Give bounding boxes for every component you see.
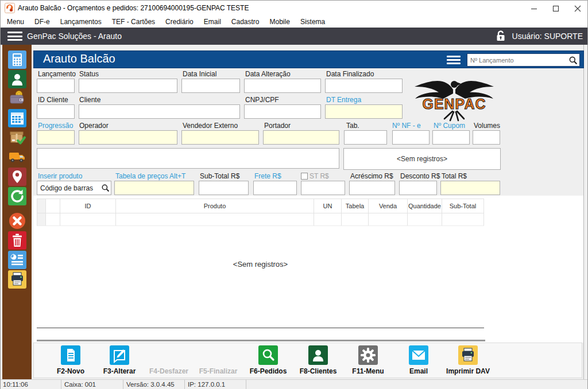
volumes-field[interactable] [473, 130, 500, 145]
st-checkbox[interactable] [301, 173, 308, 180]
subtotal-field[interactable] [199, 181, 249, 195]
menu-item-sistema[interactable]: Sistema [295, 15, 330, 28]
portador-field[interactable] [263, 130, 339, 145]
dt-entrega-label: DT Entrega [326, 96, 361, 104]
person-icon[interactable] [8, 70, 26, 88]
calculator-icon[interactable] [8, 50, 26, 69]
search-input[interactable] [470, 54, 565, 66]
email-button[interactable]: Email [393, 345, 444, 376]
data-alteracao-field[interactable] [244, 79, 321, 93]
frete-field[interactable] [253, 181, 297, 195]
acrescimo-field[interactable] [349, 181, 395, 195]
trash-icon[interactable] [8, 231, 26, 250]
operador-label: Operador [79, 122, 109, 130]
barcode-search-icon[interactable] [101, 184, 110, 192]
id-cliente-label: ID Cliente [38, 96, 68, 104]
cupom-label: Nº Cupom [434, 122, 465, 130]
menu-item-menu[interactable]: Menu [2, 15, 29, 28]
barcode-input[interactable]: Código de barras [37, 181, 111, 195]
map-pin-icon[interactable] [8, 168, 26, 186]
grid-bottom-line [37, 328, 484, 328]
bottom-toolbar: F2-Novo F3-Alterar F4-Desfazer F5-Finali… [33, 343, 582, 378]
f2-novo-button[interactable]: F2-Novo [45, 345, 96, 376]
grid-header-row: ID Produto UN Tabela Venda Quantidade Su… [37, 199, 484, 213]
products-grid: ID Produto UN Tabela Venda Quantidade Su… [37, 199, 484, 226]
status-versao: Versão: 3.0.4.45 [126, 381, 175, 388]
calendar-icon[interactable] [8, 109, 26, 127]
new-document-icon [61, 345, 80, 365]
nf-field[interactable] [392, 130, 430, 145]
close-button[interactable] [568, 3, 587, 14]
minimize-button[interactable] [524, 3, 544, 14]
print-dav-icon [458, 345, 478, 365]
data-finalizado-field[interactable] [325, 79, 403, 93]
menu-item-crediario[interactable]: Crediário [160, 15, 199, 28]
menubar: Menu DF-e Lançamentos TEF - Cartões Cred… [1, 15, 587, 28]
cnpj-cpf-field[interactable] [244, 104, 321, 119]
tab-label: Tab. [346, 122, 359, 130]
header-hamburger-icon[interactable] [447, 56, 461, 64]
truck-icon[interactable] [8, 148, 26, 166]
printer-icon[interactable] [8, 270, 26, 289]
tab-field[interactable] [344, 130, 387, 145]
portador-label: Portador [264, 122, 291, 130]
menu-item-tef-cartoes[interactable]: TEF - Cartões [107, 15, 160, 28]
sidebar [2, 45, 32, 379]
vendedor-externo-field[interactable] [181, 130, 259, 145]
dt-entrega-field[interactable] [325, 104, 403, 119]
grid-header-subtotal: Sub-Total [442, 199, 484, 213]
f3-alterar-button[interactable]: F3-Alterar [94, 345, 145, 376]
volumes-label: Volumes [474, 122, 500, 130]
st-label: ST R$ [310, 172, 329, 180]
appbar-hamburger-icon[interactable] [7, 32, 22, 41]
desconto-field[interactable] [399, 181, 437, 195]
cliente-field[interactable] [79, 104, 240, 119]
orders-search-icon [258, 345, 278, 365]
data-finalizado-label: Data Finalizado [326, 70, 374, 78]
tabela-precos-field[interactable] [114, 181, 194, 195]
progressao-field[interactable] [37, 130, 75, 145]
total-label: Total R$ [442, 172, 467, 180]
lancamento-field[interactable] [37, 79, 75, 93]
cancel-icon[interactable] [8, 212, 26, 230]
id-cliente-field[interactable] [37, 104, 75, 119]
st-field[interactable] [301, 181, 345, 195]
menu-item-mobile[interactable]: Mobile [265, 15, 295, 28]
menu-item-cadastro[interactable]: Cadastro [226, 15, 265, 28]
nf-label: Nº NF - e [392, 122, 421, 130]
subtotal-label: Sub-Total R$ [200, 172, 239, 180]
titlebar: Arauto Balcão - Orçamentos e pedidos: 27… [1, 1, 587, 15]
grid-header-un: UN [314, 199, 342, 213]
imprimir-dav-button[interactable]: Imprimir DAV [443, 345, 493, 376]
package-check-icon[interactable] [8, 129, 26, 147]
status-field[interactable] [79, 79, 177, 93]
search-icon[interactable] [568, 56, 578, 65]
grid-header-tabela: Tabela [342, 199, 369, 213]
grid-empty-row [37, 213, 484, 226]
appbar-title: GenPac Soluções - Arauto [27, 32, 122, 41]
f6-pedidos-button[interactable]: F6-Pedidos [243, 345, 293, 376]
report-icon[interactable] [8, 251, 26, 269]
cupom-field[interactable] [432, 130, 470, 145]
total-field[interactable] [440, 181, 500, 195]
maximize-button[interactable] [546, 3, 566, 14]
menu-item-dfe[interactable]: DF-e [29, 15, 55, 28]
f8-clientes-button[interactable]: F8-Clientes [293, 345, 343, 376]
refresh-icon[interactable] [8, 187, 26, 205]
clients-icon [308, 345, 328, 365]
pagamentos-box[interactable]: <Sem registros> [343, 148, 501, 170]
grid-horizontal-scrollbar[interactable] [37, 340, 485, 341]
main-panel: Arauto Balcão GENPAC Lançamento Status D… [33, 45, 584, 379]
observacoes-box[interactable] [37, 148, 339, 169]
appbar: GenPac Soluções - Arauto Usuário: SUPORT… [1, 28, 587, 45]
operador-field[interactable] [79, 130, 177, 145]
page-header: Arauto Balcão [33, 50, 584, 68]
gear-icon [358, 345, 378, 365]
wallet-icon[interactable] [8, 90, 26, 108]
menu-item-lancamentos[interactable]: Lançamentos [55, 15, 107, 28]
menu-item-email[interactable]: Email [199, 15, 226, 28]
f11-menu-button[interactable]: F11-Menu [343, 345, 393, 376]
genpac-logo: GENPAC [412, 75, 496, 123]
data-inicial-field[interactable] [181, 79, 240, 93]
close-icon [574, 5, 581, 12]
